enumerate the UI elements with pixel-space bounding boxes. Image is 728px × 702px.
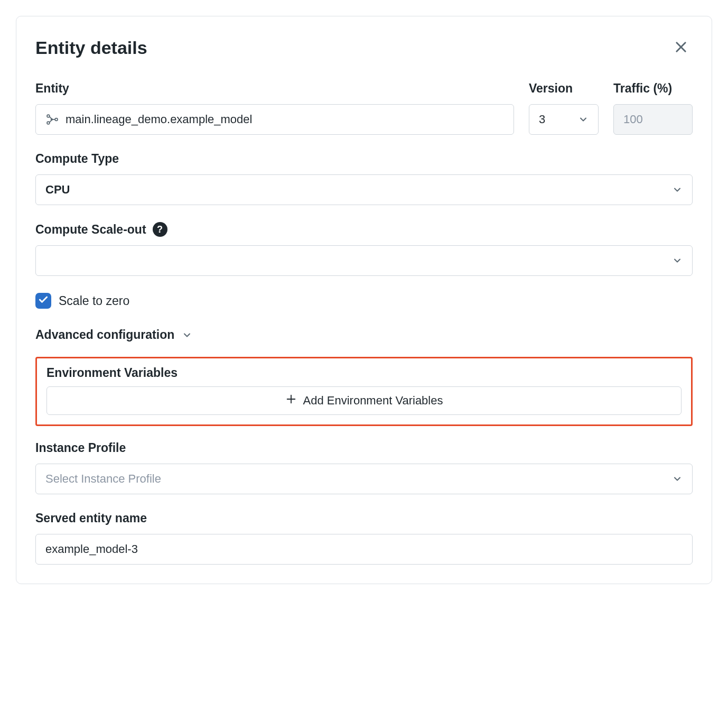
served-entity-name-label: Served entity name	[35, 511, 693, 525]
compute-type-section: Compute Type CPU	[35, 152, 693, 205]
traffic-input-wrap	[613, 104, 693, 135]
help-icon[interactable]: ?	[153, 222, 167, 237]
compute-scaleout-section: Compute Scale-out ?	[35, 222, 693, 276]
compute-type-value: CPU	[45, 183, 70, 197]
instance-profile-label: Instance Profile	[35, 441, 693, 455]
entity-input[interactable]	[66, 113, 504, 126]
env-vars-label: Environment Variables	[46, 366, 682, 380]
svg-point-4	[55, 118, 58, 121]
traffic-label: Traffic (%)	[613, 81, 693, 96]
chevron-down-icon	[672, 255, 683, 266]
plus-icon	[285, 393, 297, 408]
environment-variables-highlight: Environment Variables Add Environment Va…	[35, 357, 693, 426]
served-entity-name-section: Served entity name	[35, 511, 693, 565]
version-value: 3	[539, 113, 545, 126]
served-entity-name-input-wrap[interactable]	[35, 534, 693, 565]
scale-to-zero-row: Scale to zero	[35, 293, 693, 309]
model-graph-icon	[45, 113, 59, 126]
compute-scaleout-label-text: Compute Scale-out	[35, 223, 146, 237]
version-field: Version 3	[529, 81, 599, 135]
scale-to-zero-label: Scale to zero	[59, 294, 129, 308]
instance-profile-select[interactable]: Select Instance Profile	[35, 464, 693, 494]
chevron-down-icon	[672, 474, 683, 484]
close-icon	[674, 40, 688, 56]
served-entity-name-input[interactable]	[45, 542, 683, 556]
add-env-vars-label: Add Environment Variables	[303, 394, 443, 408]
compute-type-label: Compute Type	[35, 152, 693, 166]
entity-version-traffic-row: Entity Version	[35, 81, 693, 135]
traffic-field: Traffic (%)	[613, 81, 693, 135]
entity-details-card: Entity details Entity	[16, 16, 712, 584]
chevron-down-icon	[672, 184, 683, 195]
compute-type-select[interactable]: CPU	[35, 174, 693, 205]
advanced-config-expander[interactable]: Advanced configuration	[35, 328, 693, 342]
advanced-config-label: Advanced configuration	[35, 328, 174, 342]
entity-label: Entity	[35, 81, 514, 96]
close-button[interactable]	[669, 35, 693, 60]
instance-profile-placeholder: Select Instance Profile	[45, 472, 161, 486]
entity-input-wrap[interactable]	[35, 104, 514, 135]
chevron-down-icon	[182, 330, 192, 340]
scale-to-zero-checkbox[interactable]	[35, 293, 51, 309]
traffic-input	[623, 113, 683, 126]
panel-title: Entity details	[35, 38, 147, 58]
instance-profile-section: Instance Profile Select Instance Profile	[35, 441, 693, 494]
compute-scaleout-label: Compute Scale-out ?	[35, 222, 693, 237]
entity-field: Entity	[35, 81, 514, 135]
version-select[interactable]: 3	[529, 104, 599, 135]
chevron-down-icon	[578, 114, 589, 125]
add-env-vars-button[interactable]: Add Environment Variables	[46, 386, 682, 415]
svg-line-6	[50, 117, 52, 119]
check-icon	[38, 294, 49, 307]
version-label: Version	[529, 81, 599, 96]
header-row: Entity details	[35, 35, 693, 60]
compute-scaleout-select[interactable]	[35, 245, 693, 276]
svg-line-7	[50, 120, 52, 122]
